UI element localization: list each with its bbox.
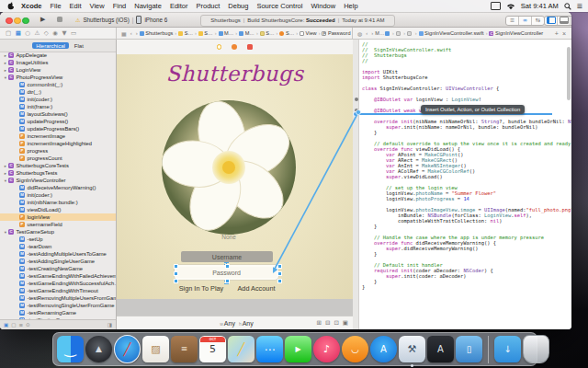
dock-icon-maps[interactable]: ╱	[228, 336, 254, 362]
notification-center-icon[interactable]: ☰	[577, 3, 582, 10]
toggle-navigator-button[interactable]	[545, 17, 558, 25]
menu-navigate[interactable]: Navigate	[134, 2, 162, 10]
selection-handle[interactable]	[225, 279, 230, 283]
login-view[interactable]: Shutterbugs	[117, 54, 353, 299]
breadcrumb-segment[interactable]	[407, 31, 413, 36]
selection-handle[interactable]	[277, 264, 282, 269]
symbol-row[interactable]: M-testGameEndingWithTimeout	[0, 287, 116, 294]
add-assistant-editor-button[interactable]: +	[555, 30, 559, 37]
breadcrumb-segment[interactable]: SignInViewController.swift	[419, 30, 484, 36]
tab-flat[interactable]: Flat	[74, 43, 84, 49]
filter-icon[interactable]: ▣	[4, 322, 8, 328]
symbol-row[interactable]: PloginView	[0, 213, 116, 221]
close-assistant-editor-button[interactable]: ×	[562, 30, 566, 37]
menu-xcode[interactable]: Xcode	[21, 2, 42, 10]
filter-icon[interactable]: ⊙	[26, 322, 30, 328]
symbol-row[interactable]: PprogressCount	[0, 155, 116, 162]
wifi-icon[interactable]	[506, 3, 515, 10]
interface-builder-jump-bar[interactable]: ▦ ‹ › Shutterbugs›S…›S…›M…›M…›S…›S…›View…	[117, 28, 353, 39]
symbol-row[interactable]: PusernameField	[0, 221, 116, 228]
symbol-row[interactable]: M-testGameEndingWithSuccessfulAch…	[0, 280, 116, 287]
breadcrumb-segment[interactable]: M…	[239, 30, 254, 36]
zoom-window-button[interactable]	[22, 17, 29, 25]
dock-icon-dev-app[interactable]: A	[427, 336, 454, 362]
breadcrumb-segment[interactable]: S…	[198, 30, 213, 36]
symbol-row[interactable]: PincrementImage	[0, 132, 116, 140]
assistant-jump-bar[interactable]: ◍ ‹ › M… ›››SignInViewController.swift›C…	[353, 28, 571, 39]
forward-button[interactable]: ›	[136, 30, 138, 36]
symbol-row[interactable]: M-testRemovingMultipleUsersFromGame	[0, 294, 116, 302]
outlet-connector-icon[interactable]	[355, 98, 358, 101]
dock-icon-messages[interactable]: ⋯	[256, 336, 283, 362]
selection-handle[interactable]	[174, 279, 178, 283]
sign-in-button[interactable]: Sign In To Play	[169, 284, 233, 293]
menu-find[interactable]: Find	[113, 2, 127, 10]
tab-hierarchical[interactable]: Hierarchical	[32, 42, 69, 49]
dock-icon-launchpad[interactable]: ▲	[85, 336, 112, 362]
exit-segue-icon[interactable]	[247, 44, 253, 50]
breadcrumb-segment[interactable]: S…	[178, 30, 193, 36]
symbol-row[interactable]: Minit(nibName:bundle:)	[0, 199, 116, 206]
menu-editor[interactable]: Editor	[170, 2, 188, 10]
add-account-button[interactable]: Add Account	[233, 284, 279, 293]
username-field[interactable]: Username	[181, 251, 273, 262]
menu-file[interactable]: File	[51, 2, 62, 10]
assistant-editor-button[interactable]: ∞	[519, 17, 532, 25]
back-button[interactable]: ‹	[130, 30, 132, 36]
test-navigator[interactable]: ◇	[44, 29, 49, 37]
symbol-row[interactable]: M-testGameEndingWithFailedAchievement	[0, 272, 116, 280]
stop-button[interactable]	[57, 17, 62, 22]
symbol-row[interactable]: MviewDidLoad()	[0, 206, 116, 213]
toggle-debug-area-button[interactable]	[558, 17, 571, 25]
apple-menu-icon[interactable]	[7, 2, 15, 10]
assistant-mode[interactable]: M…	[375, 30, 384, 36]
toggle-inspectors-button[interactable]	[571, 17, 571, 25]
menu-edit[interactable]: Edit	[70, 2, 82, 10]
symbol-navigator[interactable]: ▦	[16, 29, 21, 37]
dock-icon-safari[interactable]: ╱	[114, 336, 141, 362]
symbol-row[interactable]: Minit(frame:)	[0, 103, 116, 110]
constraint-icon[interactable]: ▣	[343, 319, 348, 327]
breadcrumb-segment[interactable]: M…	[219, 30, 234, 36]
menu-view[interactable]: View	[90, 2, 105, 10]
symbol-row[interactable]: M-testRenamingGame	[0, 309, 116, 316]
dock-icon-calendar[interactable]: 5OCT	[199, 336, 226, 362]
symbol-row[interactable]: Pprogress	[0, 147, 116, 155]
dock-icon-ibooks[interactable]: ◡	[342, 336, 368, 362]
symbol-row[interactable]: Minit(coder:)	[0, 191, 116, 199]
source-code[interactable]: //// SignInViewController.swift// Shutte…	[362, 41, 566, 290]
dock-icon-xcode[interactable]: ⚒	[399, 336, 425, 362]
selection-handle[interactable]	[277, 271, 282, 276]
dock-icon-photos[interactable]: ▨	[142, 336, 169, 362]
assistant-forward-button[interactable]: ›	[371, 30, 373, 36]
breadcrumb-segment[interactable]: S…	[279, 30, 294, 36]
selection-handle[interactable]	[174, 264, 178, 269]
editor-scrollbar[interactable]	[567, 47, 571, 100]
selection-handle[interactable]	[174, 271, 178, 276]
breakpoint-navigator[interactable]: ▼	[62, 29, 66, 37]
filter-icon[interactable]: ≡	[18, 322, 23, 328]
symbol-row[interactable]: ▾CSignInViewController	[0, 177, 116, 184]
menu-clock[interactable]: Sat 9:41 AM	[521, 2, 559, 10]
symbol-row[interactable]: ▸CAppDelegate	[0, 52, 116, 59]
dock-icon-simulator[interactable]: ▯	[456, 336, 482, 362]
scheme-selector[interactable]: ⚠ Shutterbugs (iOS) | iPhone 6	[75, 16, 167, 24]
view-controller-icon[interactable]	[217, 44, 222, 50]
constraint-icon[interactable]: ⊡	[334, 319, 338, 327]
selection-handle[interactable]	[225, 264, 230, 269]
minimize-window-button[interactable]	[14, 17, 21, 25]
symbol-row[interactable]: MlayoutSubviews()	[0, 110, 116, 118]
flower-photo[interactable]	[162, 100, 296, 235]
symbol-row[interactable]: ▸CImageUtilities	[0, 59, 116, 66]
symbol-row[interactable]: M-setUp	[0, 236, 116, 243]
symbol-row[interactable]: Mdtr(_:)	[0, 88, 116, 96]
display-icon[interactable]	[491, 2, 501, 10]
issue-navigator[interactable]: ⚠	[34, 29, 40, 37]
breadcrumb-segment[interactable]: Shutterbugs	[140, 30, 174, 36]
symbol-row[interactable]: MupdateProgress()	[0, 118, 116, 125]
filter-icon[interactable]: ▢	[11, 322, 16, 328]
menu-debug[interactable]: Debug	[228, 2, 248, 10]
symbol-row[interactable]: ▸CLoginView	[0, 66, 116, 74]
dock-icon-contacts[interactable]: ≡	[171, 336, 198, 362]
symbol-row[interactable]: MdidReceiveMemoryWarning()	[0, 184, 116, 191]
